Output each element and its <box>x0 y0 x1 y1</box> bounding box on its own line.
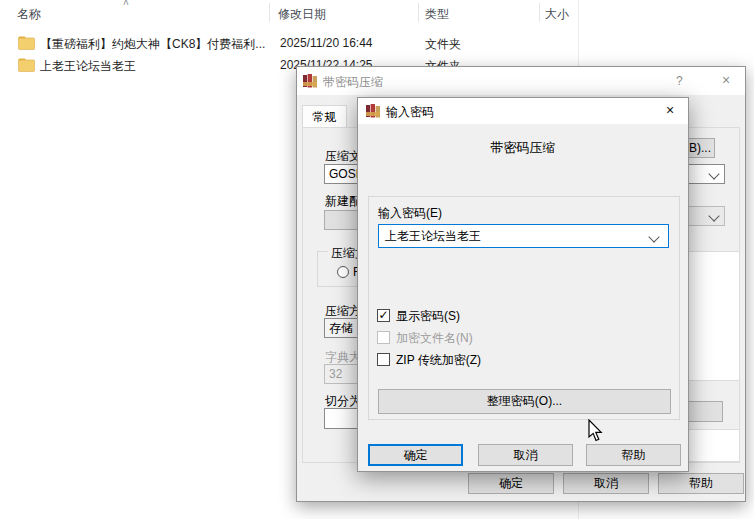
column-divider[interactable] <box>269 3 270 22</box>
dictionary-size-value: 32 <box>329 367 342 381</box>
encrypt-filenames-label: 加密文件名(N) <box>396 330 473 347</box>
column-header-size[interactable]: 大小 <box>545 6 569 23</box>
zip-legacy-checkbox[interactable] <box>377 353 390 366</box>
tab-general[interactable]: 常规 <box>302 105 347 128</box>
sort-ascending-icon: ˄ <box>123 0 129 8</box>
file-date: 2025/11/20 16:44 <box>280 36 373 50</box>
enter-password-dialog: 输入密码 × 带密码压缩 输入密码(E) 上老王论坛当老王 ✓ 显示密码(S) … <box>357 97 689 472</box>
ok-button[interactable]: 确定 <box>368 444 463 466</box>
options-panel-lower <box>681 429 740 462</box>
dialog-heading: 带密码压缩 <box>358 139 688 157</box>
column-header-name[interactable]: 名称 <box>17 6 41 23</box>
folder-icon <box>18 58 35 72</box>
help-button[interactable]: 帮助 <box>586 444 681 466</box>
ok-button[interactable]: 确定 <box>468 473 554 494</box>
tab-general-label: 常规 <box>313 109 337 126</box>
archive-name-label: 压缩文 <box>325 148 361 165</box>
ok-button-label: 确定 <box>404 447 428 464</box>
dialog-title: 带密码压缩 <box>323 74 383 91</box>
organize-passwords-label: 整理密码(O)... <box>487 393 562 410</box>
column-divider[interactable] <box>418 3 419 22</box>
mouse-cursor-icon <box>588 419 604 443</box>
format-rar-radio[interactable] <box>337 266 349 278</box>
encrypt-filenames-checkbox <box>377 331 390 344</box>
file-type: 文件夹 <box>425 36 461 53</box>
ok-button-label: 确定 <box>499 475 523 492</box>
dialog-title: 输入密码 <box>386 104 434 121</box>
zip-legacy-label: ZIP 传统加密(Z) <box>396 352 481 369</box>
show-password-label: 显示密码(S) <box>396 308 460 325</box>
column-divider[interactable] <box>539 3 540 22</box>
profile-label: 新建配 <box>325 193 361 210</box>
screen: 名称 ˄ 修改日期 类型 大小 【重磅福利】约炮大神【CK8】付费福利... 2… <box>0 0 754 519</box>
compression-method-value: 存储 <box>329 320 353 337</box>
winrar-icon <box>303 74 317 88</box>
winrar-icon <box>366 104 380 118</box>
show-password-checkbox[interactable]: ✓ <box>377 309 390 322</box>
file-name[interactable]: 上老王论坛当老王 <box>40 58 136 75</box>
help-icon[interactable]: ? <box>676 74 683 88</box>
folder-icon <box>18 36 35 50</box>
column-header-date[interactable]: 修改日期 <box>278 6 326 23</box>
checkmark-icon: ✓ <box>378 308 388 322</box>
cancel-button[interactable]: 取消 <box>563 473 649 494</box>
help-button-label: 帮助 <box>622 447 646 464</box>
organize-passwords-button[interactable]: 整理密码(O)... <box>378 389 671 414</box>
password-combobox[interactable]: 上老王论坛当老王 <box>378 224 669 248</box>
options-panel <box>681 251 740 381</box>
cancel-button-label: 取消 <box>514 447 538 464</box>
cancel-button-label: 取消 <box>594 475 618 492</box>
dialog-titlebar[interactable]: 输入密码 × <box>358 98 688 124</box>
cancel-button[interactable]: 取消 <box>478 444 573 466</box>
close-icon[interactable]: × <box>722 73 730 87</box>
help-button-label: 帮助 <box>689 475 713 492</box>
help-button[interactable]: 帮助 <box>658 473 744 494</box>
password-value: 上老王论坛当老王 <box>385 228 481 245</box>
close-icon[interactable]: × <box>666 103 674 117</box>
column-header-type[interactable]: 类型 <box>425 6 449 23</box>
dialog-titlebar[interactable]: 带密码压缩 ? × <box>297 67 745 95</box>
password-label: 输入密码(E) <box>378 205 442 222</box>
file-name[interactable]: 【重磅福利】约炮大神【CK8】付费福利... <box>40 36 265 53</box>
